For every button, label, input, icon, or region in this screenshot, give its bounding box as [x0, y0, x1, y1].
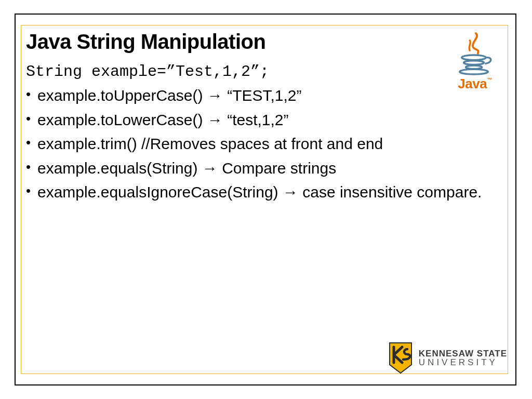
java-logo: Java™ — [449, 31, 501, 92]
code-declaration: String example=”Test,1,2”; — [26, 63, 504, 81]
ksu-shield-icon — [388, 342, 414, 374]
svg-point-0 — [462, 55, 486, 60]
ksu-text: KENNESAW STATE UNIVERSITY — [419, 349, 507, 367]
slide-content: Java String Manipulation String example=… — [26, 25, 504, 205]
java-logo-text: Java™ — [449, 76, 501, 92]
svg-point-3 — [460, 69, 488, 74]
slide-title: Java String Manipulation — [26, 30, 504, 54]
bullet-list: example.toUpperCase() → “TEST,1,2” examp… — [26, 84, 504, 205]
java-label: Java — [458, 76, 487, 91]
ksu-line1: KENNESAW STATE — [419, 349, 507, 358]
bullet-item: example.equals(String) → Compare strings — [26, 156, 504, 181]
bullet-item: example.toLowerCase() → “test,1,2” — [26, 108, 504, 132]
java-tm: ™ — [487, 77, 492, 83]
footer-logo: KENNESAW STATE UNIVERSITY — [388, 342, 507, 374]
java-cup-icon — [455, 31, 495, 77]
bullet-item: example.equalsIgnoreCase(String) → case … — [26, 180, 504, 205]
bullet-item: example.trim() //Removes spaces at front… — [26, 132, 504, 156]
svg-point-1 — [464, 61, 484, 65]
bullet-item: example.toUpperCase() → “TEST,1,2” — [26, 84, 504, 108]
ksu-line2: UNIVERSITY — [419, 358, 507, 367]
